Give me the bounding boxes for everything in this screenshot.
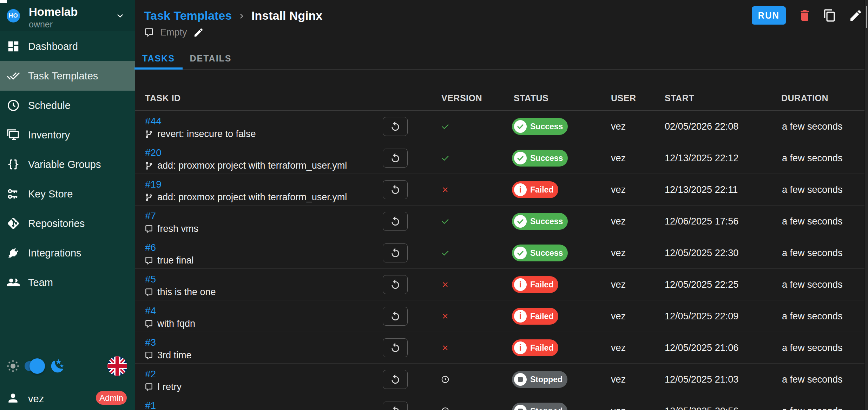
col-header-version: VERSION	[441, 93, 482, 103]
sidebar-item-dashboard[interactable]: Dashboard	[0, 32, 135, 61]
active-tab-indicator	[134, 67, 183, 70]
status-label: Success	[530, 217, 563, 226]
rerun-task-button[interactable]	[383, 117, 408, 136]
status-badge: i Failed	[512, 339, 558, 356]
version-status-icon	[441, 154, 450, 163]
status-icon: i	[514, 120, 527, 133]
table-row: #4 with fqdn i	[135, 300, 864, 332]
tab-details[interactable]: DETAILS	[183, 47, 239, 70]
task-id-link[interactable]: #1	[145, 400, 156, 410]
cell-start: 12/13/2025 22:12	[665, 153, 738, 164]
task-id-link[interactable]: #5	[145, 274, 156, 285]
cell-user: vez	[611, 184, 626, 195]
delete-icon[interactable]	[798, 8, 812, 22]
sidebar-item-schedule[interactable]: Schedule	[0, 91, 135, 120]
cell-duration: a few seconds	[782, 153, 843, 164]
rerun-task-button[interactable]	[383, 307, 408, 326]
admin-badge: Admin	[96, 391, 127, 405]
cell-user: vez	[611, 374, 626, 385]
sidebar-item-variable-groups[interactable]: Variable Groups	[0, 150, 135, 179]
status-label: Success	[530, 154, 563, 163]
user-row[interactable]: vez Admin	[0, 388, 135, 408]
table-row: #5 this is the one	[135, 269, 864, 300]
run-button[interactable]: RUN	[752, 6, 786, 25]
task-id-link[interactable]: #19	[145, 179, 162, 190]
sidebar-item-team[interactable]: Team	[0, 268, 135, 297]
version-status-icon	[441, 217, 450, 226]
rerun-task-button[interactable]	[383, 338, 408, 357]
sidebar-item-repositories[interactable]: Repositories	[0, 209, 135, 238]
sidebar-item-label: Inventory	[28, 129, 70, 141]
cell-user: vez	[611, 121, 626, 132]
app-root: HO Homelab owner Dashboard Task Template…	[0, 0, 868, 410]
rerun-task-button[interactable]	[383, 149, 408, 168]
task-message: add: proxmox project with terraform_user…	[144, 160, 347, 171]
cell-start: 12/05/2025 22:30	[665, 248, 738, 259]
task-id-link[interactable]: #3	[145, 337, 156, 348]
check-all-icon	[6, 69, 20, 83]
project-selector[interactable]: HO Homelab owner	[0, 0, 135, 31]
version-status-icon	[441, 343, 450, 352]
task-message-text: fresh vms	[157, 223, 198, 234]
status-icon: i	[514, 310, 527, 323]
comment-icon	[144, 319, 153, 328]
task-id-link[interactable]: #44	[145, 116, 162, 127]
status-label: Failed	[530, 280, 553, 289]
project-avatar: HO	[7, 9, 20, 22]
task-message-text: this is the one	[157, 287, 216, 298]
cell-duration: a few seconds	[782, 311, 843, 322]
cell-user: vez	[611, 343, 626, 353]
rerun-task-button[interactable]	[383, 370, 408, 389]
task-id-link[interactable]: #2	[145, 369, 156, 380]
rerun-task-button[interactable]	[383, 243, 408, 262]
copy-icon[interactable]	[823, 9, 836, 22]
sidebar-item-key-store[interactable]: Key Store	[0, 179, 135, 209]
tab-tasks[interactable]: TASKS	[134, 47, 183, 70]
cell-start: 12/05/2025 21:03	[665, 374, 738, 385]
description-text: Empty	[160, 27, 187, 38]
task-id-link[interactable]: #7	[145, 210, 156, 222]
breadcrumb-task-templates[interactable]: Task Templates	[144, 9, 232, 22]
comment-icon	[144, 351, 153, 360]
task-id-link[interactable]: #20	[145, 147, 162, 158]
cell-user: vez	[611, 153, 626, 164]
sidebar: HO Homelab owner Dashboard Task Template…	[0, 0, 135, 410]
cell-duration: a few seconds	[782, 248, 843, 259]
status-badge: i Success	[512, 213, 568, 230]
sidebar-item-integrations[interactable]: Integrations	[0, 238, 135, 268]
rerun-task-button[interactable]	[383, 212, 408, 231]
person-icon	[6, 391, 20, 405]
rerun-task-button[interactable]	[383, 402, 408, 410]
cell-user: vez	[611, 279, 626, 290]
git-branch-icon	[144, 161, 153, 170]
sidebar-item-label: Team	[28, 277, 53, 288]
comment-icon	[144, 288, 153, 297]
task-id-link[interactable]: #4	[145, 305, 156, 317]
cell-duration: a few seconds	[782, 406, 843, 410]
rerun-task-button[interactable]	[383, 275, 408, 294]
status-icon: i	[514, 247, 527, 259]
edit-description-icon[interactable]	[193, 27, 204, 38]
rerun-task-button[interactable]	[383, 180, 408, 199]
sidebar-item-inventory[interactable]: Inventory	[0, 120, 135, 150]
comment-icon	[144, 224, 153, 234]
sidebar-item-label: Task Templates	[28, 70, 98, 82]
dark-mode-toggle[interactable]	[25, 361, 45, 371]
comment-icon	[144, 27, 154, 38]
language-flag-uk[interactable]	[107, 356, 127, 376]
table-row: #1 i	[135, 395, 864, 410]
cell-start: 02/05/2026 22:08	[665, 121, 738, 132]
status-badge: i Failed	[512, 276, 558, 293]
git-branch-icon	[144, 193, 153, 202]
task-id-link[interactable]: #6	[145, 242, 156, 253]
page-title: Install Nginx	[251, 9, 322, 22]
monitor-icon	[6, 128, 20, 142]
col-header-task-id: TASK ID	[145, 93, 181, 103]
cell-duration: a few seconds	[782, 279, 843, 290]
chevron-right-icon	[237, 11, 246, 21]
project-role: owner	[29, 19, 53, 30]
edit-icon[interactable]	[849, 8, 863, 22]
scrollbar-thumb[interactable]	[866, 6, 867, 28]
sidebar-item-task-templates[interactable]: Task Templates	[0, 61, 135, 91]
task-message: true final	[144, 255, 194, 266]
